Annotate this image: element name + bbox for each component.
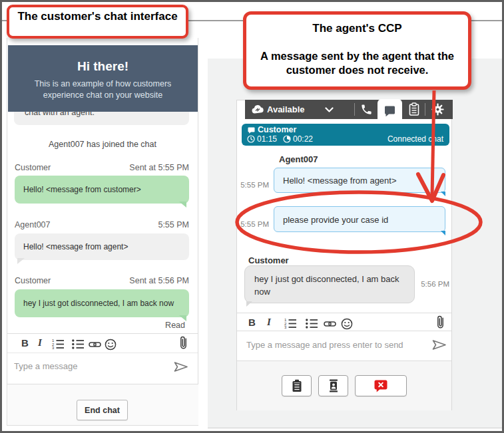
bullet-list-icon[interactable] <box>71 339 85 350</box>
agent-name-label: Agent007 <box>279 154 318 164</box>
customer-message-bubble: hey I just got disconnected, I am back n… <box>15 289 189 317</box>
annotation-text: The customer's chat interface <box>15 9 181 23</box>
clock-icon <box>247 135 255 143</box>
toolbar-divider <box>7 333 198 334</box>
annotation-body: A message sent by the agent that the cus… <box>257 49 458 77</box>
end-chat-button[interactable]: End chat <box>77 400 128 420</box>
message-time: 5:55 PM <box>238 181 269 189</box>
message-text: hey I just got disconnected, I am back n… <box>23 299 174 308</box>
customer-message-bubble: hey I just got disconnected, I am back n… <box>244 265 415 303</box>
italic-button[interactable]: I <box>38 337 42 349</box>
bubble-tail <box>17 258 25 264</box>
state-timer-icon <box>283 135 291 143</box>
topbar-divider <box>425 103 425 116</box>
chevron-down-icon[interactable] <box>325 107 334 112</box>
ordered-list-icon[interactable]: 123 <box>51 339 65 350</box>
bullet-list-icon[interactable] <box>305 318 318 329</box>
bold-button[interactable]: B <box>21 337 29 349</box>
customer-chat-widget: Hi there! This is an example of how cust… <box>7 38 198 426</box>
message-meta-row: Customer Sent at 5:56 PM <box>15 276 189 285</box>
ccp-footer <box>237 361 451 410</box>
customer-name-label: Customer <box>248 255 289 265</box>
input-divider <box>7 353 198 353</box>
italic-button[interactable]: I <box>267 317 271 328</box>
annotation-title: The agent's CCP <box>246 21 468 35</box>
clipboard-icon <box>292 379 302 392</box>
attachment-icon[interactable] <box>436 315 445 330</box>
message-input-wrap <box>246 335 426 355</box>
system-message: Agent007 has joined the chat <box>7 140 198 149</box>
quick-connects-button[interactable] <box>318 375 348 396</box>
agent-message-bubble: Hello! <message from agent> <box>15 233 189 260</box>
ordered-list-icon[interactable]: 123 <box>284 318 297 329</box>
gear-icon[interactable] <box>431 103 444 116</box>
left-annotation-callout: The customer's chat interface <box>7 5 188 39</box>
chat-welcome-header: Hi there! This is an example of how cust… <box>8 45 198 112</box>
bubble-tail <box>441 231 445 235</box>
end-chat-icon <box>374 380 387 392</box>
message-time: 5:55 PM <box>238 220 269 228</box>
bubble-tail <box>179 202 186 208</box>
welcome-title: Hi there! <box>8 59 198 74</box>
toolbar-divider <box>237 313 451 313</box>
sender-label: Agent007 <box>15 220 51 229</box>
contact-name: Customer <box>258 125 296 134</box>
agent-status-label: Available <box>267 104 305 114</box>
link-icon[interactable] <box>89 341 101 348</box>
message-text: hey I just got disconnected, I am back n… <box>254 273 407 298</box>
total-timer: 01:15 <box>257 134 277 144</box>
message-time: 5:56 PM <box>419 280 449 288</box>
send-icon[interactable] <box>432 340 446 350</box>
bubble-tail <box>246 301 252 307</box>
welcome-subtitle: This is an example of how customers expe… <box>23 78 183 101</box>
sent-time: Sent at 5:56 PM <box>129 276 189 285</box>
message-meta-row: Agent007 5:55 PM <box>15 220 189 229</box>
sender-label: Customer <box>15 276 51 285</box>
read-receipt: Read <box>15 321 185 330</box>
agent-message-bubble: Hello! <message from agent> <box>274 168 445 193</box>
svg-text:3: 3 <box>52 346 55 350</box>
message-input[interactable] <box>14 357 164 375</box>
screenshot-root: Hi there! This is an example of how cust… <box>0 0 504 433</box>
connect-logo-icon <box>251 104 264 114</box>
emoji-icon[interactable] <box>105 339 117 351</box>
tasks-tab-icon[interactable] <box>409 102 419 116</box>
sent-time: 5:55 PM <box>158 220 189 229</box>
agent-message-bubble-undelivered: please provide your case id <box>274 206 445 232</box>
topbar-divider <box>354 103 355 116</box>
ccp-top-bar: Available <box>245 100 453 119</box>
chat-bubble-icon <box>248 127 255 134</box>
contact-banner[interactable]: Customer 01:15 00:22 Connected chat <box>242 124 449 146</box>
send-icon[interactable] <box>174 362 188 372</box>
message-input[interactable] <box>246 335 426 355</box>
message-input-wrap <box>14 357 164 375</box>
message-meta-row: Customer Sent at 5:55 PM <box>15 163 189 172</box>
svg-text:3: 3 <box>284 325 287 329</box>
right-annotation-callout: The agent's CCP A message sent by the ag… <box>243 11 471 90</box>
phone-tab-icon[interactable] <box>360 103 373 116</box>
message-text: Hello! <message from agent> <box>283 176 397 186</box>
message-text: Hello! <message from agent> <box>23 242 128 251</box>
sent-time: Sent at 5:55 PM <box>129 163 189 172</box>
end-chat-button[interactable] <box>355 375 407 396</box>
message-text: Hello! <message from customer> <box>23 185 141 194</box>
sender-label: Customer <box>15 163 51 172</box>
contact-state-label: Connected chat <box>387 134 443 144</box>
attachment-icon[interactable] <box>179 335 188 351</box>
scratchpad-button[interactable] <box>282 375 312 396</box>
link-icon[interactable] <box>324 321 336 327</box>
input-divider <box>237 331 451 331</box>
chat-bubble-icon <box>383 105 396 117</box>
customer-message-bubble: Hello! <message from customer> <box>15 176 189 204</box>
contact-card-icon <box>328 379 340 392</box>
bubble-tail <box>441 192 445 196</box>
bold-button[interactable]: B <box>248 317 256 328</box>
emoji-icon[interactable] <box>341 318 353 330</box>
message-text: please provide your case id <box>283 214 388 224</box>
agent-ccp-panel: Available Customer 01:15 00:22 Connected… <box>236 100 452 410</box>
right-bottom-line <box>208 428 502 428</box>
state-timer: 00:22 <box>293 134 313 144</box>
chat-tab-active[interactable] <box>378 99 402 123</box>
